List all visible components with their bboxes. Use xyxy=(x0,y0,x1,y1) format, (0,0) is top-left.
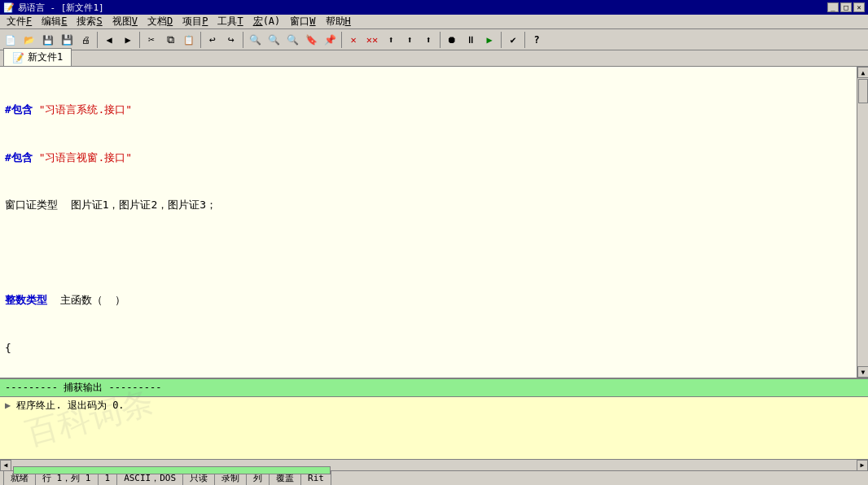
new-button[interactable] xyxy=(2,31,20,49)
open-button[interactable] xyxy=(20,31,38,49)
replace-button[interactable]: 🔍 xyxy=(283,31,301,49)
menu-bar: 文件F 编辑E 搜索S 视图V 文档D 项目P 工具T 宏(A) 窗口W 帮助H xyxy=(0,15,868,29)
scrollbar-right[interactable]: ▲ ▼ xyxy=(857,67,868,378)
code-line-5: 整数类型 主函数（ ） xyxy=(5,292,852,308)
back-button[interactable]: ◀ xyxy=(100,31,118,49)
record-button[interactable]: ⏺ xyxy=(443,31,461,49)
undo-button[interactable] xyxy=(204,31,221,49)
pause-button[interactable]: ⏸ xyxy=(462,31,480,49)
tab-newfile1[interactable]: 📝 新文件1 xyxy=(3,48,72,66)
scroll-thumb[interactable] xyxy=(858,79,868,103)
title-text: 📝 易语言 - [新文件1] xyxy=(3,2,104,14)
cut-button[interactable] xyxy=(142,31,160,49)
scroll-track[interactable] xyxy=(857,78,868,366)
code-line-3: 窗口证类型 图片证1，图片证2，图片证3； xyxy=(5,197,852,213)
title-bar: 📝 易语言 - [新文件1] _ □ ✕ xyxy=(0,0,868,15)
main-area: #包含 "习语言系统.接口" #包含 "习语言视窗.接口" 窗口证类型 图片证1… xyxy=(0,67,868,470)
forward-button[interactable]: ▶ xyxy=(119,31,137,49)
code-line-6: { xyxy=(5,340,852,356)
copy-button[interactable] xyxy=(161,31,179,49)
output-line-1: 程序终止. 退出码为 0. xyxy=(16,400,124,411)
paste-button[interactable] xyxy=(180,31,198,49)
code-line-2: #包含 "习语言视窗.接口" xyxy=(5,150,852,166)
help-btn[interactable] xyxy=(528,31,546,49)
window-controls: _ □ ✕ xyxy=(827,2,865,12)
output-header: --------- 捕获输出 --------- xyxy=(0,379,868,397)
app-title: 易语言 - [新文件1] xyxy=(18,2,104,14)
toolbar-sep-8 xyxy=(524,32,525,48)
menu-window[interactable]: 窗口W xyxy=(285,14,320,29)
menu-edit[interactable]: 编辑E xyxy=(37,14,72,29)
editor-container[interactable]: #包含 "习语言系统.接口" #包含 "习语言视窗.接口" 窗口证类型 图片证1… xyxy=(0,67,868,378)
menu-search[interactable]: 搜索S xyxy=(72,14,107,29)
close-button[interactable]: ✕ xyxy=(853,2,865,12)
save-all-button[interactable]: 💾 xyxy=(58,31,76,49)
toolbar-sep-5 xyxy=(341,32,342,48)
toolbar-sep-1 xyxy=(97,32,98,48)
syntax-button[interactable]: ✕✕ xyxy=(363,31,381,49)
scroll-down-button[interactable]: ▼ xyxy=(857,366,868,378)
toolbar: 💾 ◀ ▶ 🔍 🔍 🔍 🔖 📌 ✕ ✕✕ ⬆ ⬆ ⬆ ⏺ ⏸ ▶ ✔ xyxy=(0,29,868,50)
run-button[interactable]: ▶ xyxy=(480,31,498,49)
toolbar-sep-3 xyxy=(200,32,201,48)
editor-content[interactable]: #包含 "习语言系统.接口" #包含 "习语言视窗.接口" 窗口证类型 图片证1… xyxy=(0,67,857,378)
goto-button[interactable]: 📌 xyxy=(321,31,339,49)
maximize-button[interactable]: □ xyxy=(840,2,852,12)
hscroll-left-button[interactable]: ◀ xyxy=(0,460,11,471)
find-button[interactable]: 🔍 xyxy=(246,31,264,49)
step3-button[interactable]: ⬆ xyxy=(419,31,437,49)
output-content: ▶ 程序终止. 退出码为 0. xyxy=(0,397,868,459)
step2-button[interactable]: ⬆ xyxy=(401,31,419,49)
tab-icon: 📝 xyxy=(12,52,24,63)
code-line-4 xyxy=(5,245,852,261)
menu-view[interactable]: 视图V xyxy=(107,14,142,29)
output-prompt-icon: ▶ xyxy=(5,400,11,411)
toolbar-sep-7 xyxy=(501,32,502,48)
check-button[interactable]: ✔ xyxy=(504,31,522,49)
output-panel: --------- 捕获输出 --------- ▶ 程序终止. 退出码为 0.… xyxy=(0,378,868,459)
toolbar-sep-2 xyxy=(139,32,140,48)
output-line-prompt: ▶ 程序终止. 退出码为 0. xyxy=(5,399,863,413)
hscroll-bar[interactable]: ◀ ▶ xyxy=(0,459,868,470)
tab-label: 新文件1 xyxy=(28,50,63,64)
toolbar-sep-6 xyxy=(440,32,441,48)
code-line-1: #包含 "习语言系统.接口" xyxy=(5,102,852,118)
menu-macro[interactable]: 宏(A) xyxy=(248,14,286,29)
save-button[interactable] xyxy=(39,31,57,49)
step1-button[interactable]: ⬆ xyxy=(382,31,400,49)
print-button[interactable] xyxy=(77,31,94,49)
hscroll-right-button[interactable]: ▶ xyxy=(857,460,868,471)
find-all-button[interactable]: 🔍 xyxy=(265,31,283,49)
redo-button[interactable] xyxy=(222,31,240,49)
menu-help[interactable]: 帮助H xyxy=(321,14,356,29)
compile-button[interactable]: ✕ xyxy=(344,31,362,49)
minimize-button[interactable]: _ xyxy=(827,2,839,12)
scroll-up-button[interactable]: ▲ xyxy=(857,67,868,78)
menu-file[interactable]: 文件F xyxy=(2,14,37,29)
toolbar-sep-4 xyxy=(243,32,243,48)
tab-bar: 📝 新文件1 xyxy=(0,50,868,67)
menu-project[interactable]: 项目P xyxy=(178,14,213,29)
app-icon: 📝 xyxy=(3,2,15,13)
bookmark-button[interactable]: 🔖 xyxy=(302,31,320,49)
menu-doc[interactable]: 文档D xyxy=(142,14,178,29)
menu-tools[interactable]: 工具T xyxy=(213,14,248,29)
hscroll-thumb[interactable] xyxy=(13,466,331,474)
